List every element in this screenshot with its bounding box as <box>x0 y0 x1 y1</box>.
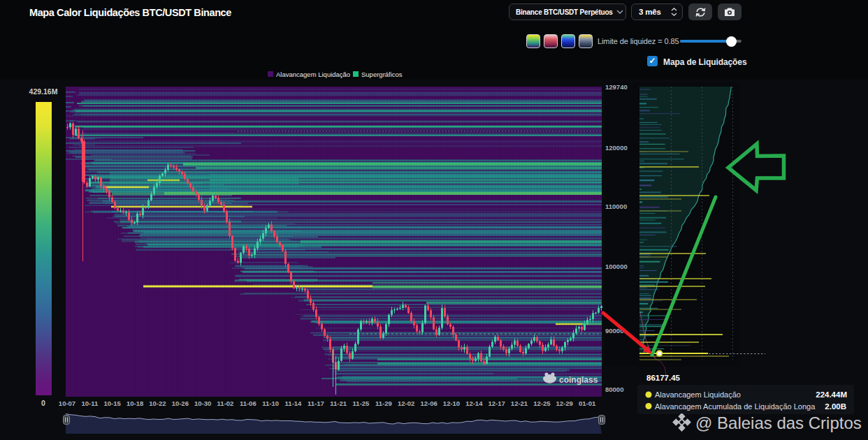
svg-text:10-11: 10-11 <box>81 399 98 407</box>
svg-text:12-06: 12-06 <box>420 399 437 407</box>
svg-text:11-14: 11-14 <box>285 399 302 407</box>
svg-text:12-29: 12-29 <box>556 399 573 407</box>
svg-text:86177.45: 86177.45 <box>646 374 681 382</box>
svg-text:11-06: 11-06 <box>240 399 256 407</box>
svg-text:12-21: 12-21 <box>511 399 528 407</box>
svg-text:120000: 120000 <box>605 144 628 152</box>
svg-text:10-15: 10-15 <box>104 399 122 407</box>
svg-text:01-01: 01-01 <box>579 399 596 407</box>
svg-text:110000: 110000 <box>605 203 627 210</box>
svg-text:11-02: 11-02 <box>217 399 234 407</box>
svg-text:224.44M: 224.44M <box>816 390 847 399</box>
svg-text:11-21: 11-21 <box>330 399 347 407</box>
svg-text:0: 0 <box>41 399 45 407</box>
svg-text:Supergráficos: Supergráficos <box>361 71 403 78</box>
svg-text:10-30: 10-30 <box>194 399 211 407</box>
svg-text:10-07: 10-07 <box>59 399 75 407</box>
svg-text:Alavancagem Liquidação: Alavancagem Liquidação <box>655 390 741 399</box>
svg-text:11-25: 11-25 <box>353 399 370 407</box>
svg-text:12-25: 12-25 <box>533 399 551 407</box>
svg-text:11-29: 11-29 <box>375 399 392 407</box>
svg-text:@ Baleias das Criptos: @ Baleias das Criptos <box>695 413 862 432</box>
svg-text:10-18: 10-18 <box>126 399 143 407</box>
svg-text:2.00B: 2.00B <box>825 402 846 411</box>
svg-text:11-10: 11-10 <box>262 399 279 407</box>
svg-text:Alavancagem Liquidação: Alavancagem Liquidação <box>276 71 350 78</box>
svg-text:Alavancagem Acumulada de Liqui: Alavancagem Acumulada de Liquidação Long… <box>655 402 816 411</box>
svg-text:11-17: 11-17 <box>308 399 324 407</box>
svg-text:12-17: 12-17 <box>488 399 505 407</box>
svg-text:10-22: 10-22 <box>149 399 166 407</box>
svg-text:100000: 100000 <box>605 263 628 270</box>
svg-text:12-02: 12-02 <box>398 399 414 407</box>
svg-text:12-14: 12-14 <box>465 399 483 407</box>
svg-text:429.16M: 429.16M <box>29 87 58 96</box>
svg-text:coinglass: coinglass <box>559 375 598 385</box>
svg-text:12-10: 12-10 <box>443 399 460 407</box>
svg-text:129740: 129740 <box>605 83 628 91</box>
svg-text:80000: 80000 <box>605 386 623 393</box>
svg-text:10-26: 10-26 <box>172 399 189 407</box>
